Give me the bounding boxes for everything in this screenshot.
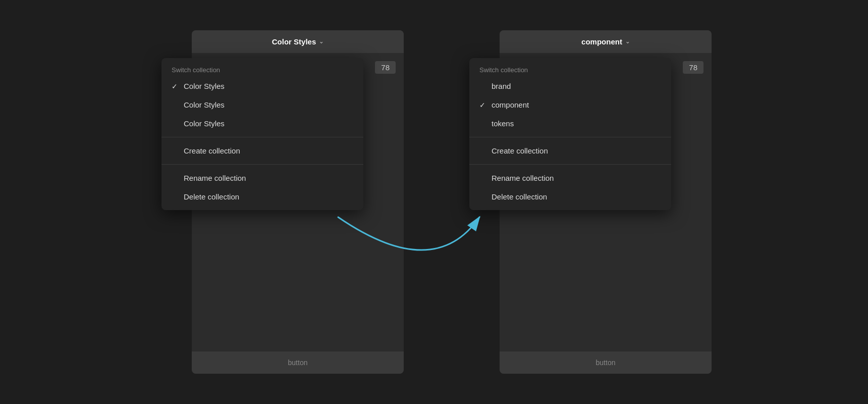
left-rename-button[interactable]: Rename collection <box>161 169 363 187</box>
left-panel-chevron-icon: ⌄ <box>319 38 323 45</box>
left-collection-item-1[interactable]: Color Styles <box>161 95 363 114</box>
right-number-badge: 78 <box>683 61 703 74</box>
right-panel-chevron-icon: ⌄ <box>625 38 630 45</box>
left-panel-title-text: Color Styles <box>272 37 316 46</box>
left-collection-item-2[interactable]: Color Styles <box>161 114 363 133</box>
right-collection-item-2[interactable]: tokens <box>469 114 671 133</box>
left-collection-item-0[interactable]: ✓ Color Styles <box>161 77 363 95</box>
right-panel-title-text: component <box>581 37 622 46</box>
left-manage-section: Rename collection Delete collection <box>161 164 363 210</box>
right-check-1: ✓ <box>479 101 487 109</box>
right-delete-label: Delete collection <box>492 192 547 201</box>
right-rename-label: Rename collection <box>492 174 554 182</box>
right-collection-item-0[interactable]: brand <box>469 77 671 95</box>
right-collection-item-1[interactable]: ✓ component <box>469 95 671 114</box>
right-panel-footer: button <box>500 351 712 374</box>
left-delete-label: Delete collection <box>184 192 239 201</box>
left-panel-title: Color Styles ⌄ <box>272 37 324 46</box>
right-collection-label-1: component <box>492 100 529 109</box>
right-manage-section: Rename collection Delete collection <box>469 164 671 210</box>
page-container: Color Styles ⌄ 78 button Switch collecti… <box>0 0 868 404</box>
left-number-badge: 78 <box>375 61 396 74</box>
left-switch-collection-label: Switch collection <box>161 62 363 77</box>
left-create-label: Create collection <box>184 146 240 155</box>
right-panel-wrapper: component ⌄ 78 button Switch collection … <box>469 30 707 374</box>
left-rename-label: Rename collection <box>184 174 246 182</box>
left-footer-label: button <box>288 359 308 367</box>
right-create-section: Create collection <box>469 137 671 164</box>
right-panel-title: component ⌄ <box>581 37 630 46</box>
left-panel-footer: button <box>192 351 404 374</box>
right-create-label: Create collection <box>492 146 548 155</box>
right-panel-header: component ⌄ <box>500 30 712 53</box>
left-create-section: Create collection <box>161 137 363 164</box>
left-check-0: ✓ <box>172 82 180 90</box>
left-panel-wrapper: Color Styles ⌄ 78 button Switch collecti… <box>161 30 399 374</box>
left-delete-button[interactable]: Delete collection <box>161 187 363 206</box>
right-rename-button[interactable]: Rename collection <box>469 169 671 187</box>
right-switch-collection-label: Switch collection <box>469 62 671 77</box>
left-collection-label-1: Color Styles <box>184 100 225 109</box>
right-collection-label-2: tokens <box>492 119 514 128</box>
right-collection-label-0: brand <box>492 82 511 90</box>
right-delete-button[interactable]: Delete collection <box>469 187 671 206</box>
left-switch-section: Switch collection ✓ Color Styles Color S… <box>161 58 363 137</box>
left-collection-label-0: Color Styles <box>184 82 225 90</box>
left-dropdown-menu[interactable]: Switch collection ✓ Color Styles Color S… <box>161 58 363 210</box>
arrow-svg <box>0 0 868 404</box>
left-panel-header: Color Styles ⌄ <box>192 30 404 53</box>
right-create-collection-button[interactable]: Create collection <box>469 141 671 160</box>
right-dropdown-menu[interactable]: Switch collection brand ✓ component toke… <box>469 58 671 210</box>
left-collection-label-2: Color Styles <box>184 119 225 128</box>
right-footer-label: button <box>596 359 616 367</box>
left-create-collection-button[interactable]: Create collection <box>161 141 363 160</box>
right-switch-section: Switch collection brand ✓ component toke… <box>469 58 671 137</box>
